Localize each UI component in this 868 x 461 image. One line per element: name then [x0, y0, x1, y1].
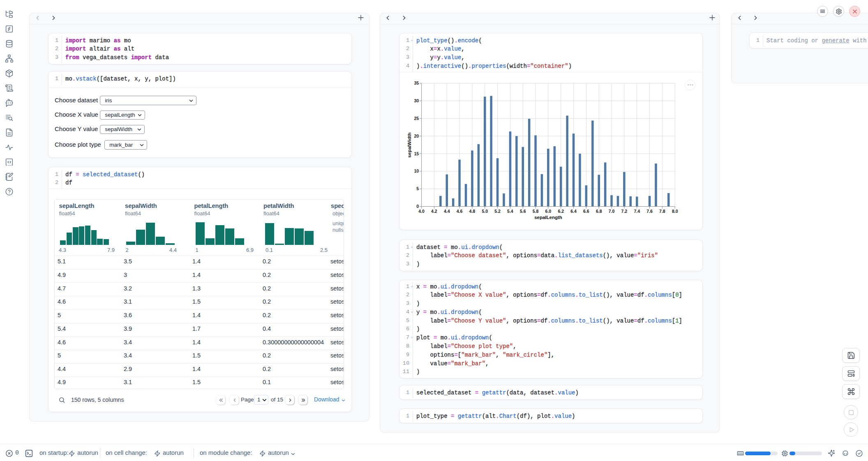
svg-text:4.4: 4.4 — [444, 209, 450, 214]
svg-text:5.2: 5.2 — [494, 209, 501, 214]
svg-text:sepalWidth: sepalWidth — [407, 132, 412, 157]
svg-text:6.6: 6.6 — [583, 209, 589, 214]
svg-text:5.6: 5.6 — [520, 209, 526, 214]
svg-text:0: 0 — [416, 204, 419, 209]
svg-text:8.0: 8.0 — [672, 209, 678, 214]
svg-text:25: 25 — [414, 116, 419, 121]
svg-text:7.8: 7.8 — [659, 209, 665, 214]
svg-text:20: 20 — [414, 134, 419, 138]
svg-text:4.0: 4.0 — [418, 209, 425, 214]
svg-text:35: 35 — [414, 81, 419, 85]
svg-text:6.4: 6.4 — [570, 209, 577, 214]
svg-text:4.6: 4.6 — [457, 209, 463, 214]
svg-text:6.2: 6.2 — [558, 209, 564, 214]
svg-text:10: 10 — [414, 168, 419, 173]
svg-text:sepalLength: sepalLength — [534, 215, 562, 220]
svg-text:5.0: 5.0 — [482, 209, 488, 214]
svg-text:15: 15 — [414, 151, 419, 156]
svg-text:5.4: 5.4 — [507, 209, 513, 214]
svg-text:7.4: 7.4 — [634, 209, 640, 214]
svg-text:6.0: 6.0 — [545, 209, 552, 214]
svg-text:7.6: 7.6 — [646, 209, 653, 214]
svg-text:7.0: 7.0 — [609, 209, 615, 214]
svg-text:4.2: 4.2 — [431, 209, 437, 214]
svg-text:5: 5 — [416, 186, 419, 191]
svg-text:4.8: 4.8 — [469, 209, 476, 214]
svg-text:30: 30 — [414, 98, 419, 103]
svg-text:5.8: 5.8 — [533, 209, 539, 214]
svg-text:6.8: 6.8 — [596, 209, 602, 214]
svg-text:7.2: 7.2 — [621, 209, 628, 214]
